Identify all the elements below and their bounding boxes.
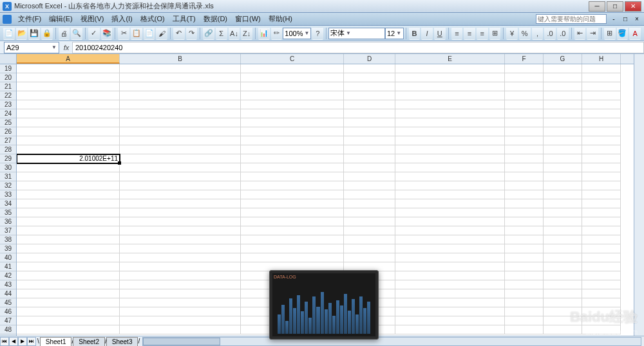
cell[interactable] [17, 145, 120, 154]
cell[interactable] [505, 208, 544, 217]
inc-decimal-button[interactable]: .0 [544, 27, 556, 40]
row-header[interactable]: 43 [0, 280, 16, 289]
cell[interactable] [344, 145, 395, 154]
help-button[interactable]: ? [312, 27, 323, 40]
cell[interactable] [395, 226, 505, 235]
cell[interactable] [17, 325, 120, 334]
col-header-B[interactable]: B [120, 54, 241, 64]
cell[interactable] [344, 190, 395, 199]
cell[interactable] [17, 262, 120, 271]
cell[interactable] [395, 271, 505, 280]
cell[interactable] [544, 82, 582, 91]
cell[interactable] [544, 91, 582, 100]
row-header[interactable]: 19 [0, 64, 16, 73]
horizontal-scrollbar[interactable] [142, 337, 641, 346]
menu-view[interactable]: 视图(V) [77, 13, 108, 25]
row-header[interactable]: 28 [0, 145, 16, 154]
cell[interactable] [120, 145, 241, 154]
cut-button[interactable]: ✂ [118, 27, 129, 40]
cell[interactable] [544, 307, 582, 316]
row-header[interactable]: 35 [0, 208, 16, 217]
cell[interactable] [120, 280, 241, 289]
cell[interactable] [582, 253, 621, 262]
cell[interactable] [120, 64, 241, 73]
cell[interactable] [395, 64, 505, 73]
cell[interactable] [505, 199, 544, 208]
first-sheet-button[interactable]: ⏮ [0, 337, 9, 346]
row-header[interactable]: 42 [0, 271, 16, 280]
row-header[interactable]: 37 [0, 226, 16, 235]
cell[interactable] [544, 172, 582, 181]
research-button[interactable]: 📚 [101, 27, 113, 40]
cell[interactable] [544, 136, 582, 145]
menu-data[interactable]: 数据(D) [200, 13, 231, 25]
cell[interactable] [120, 100, 241, 109]
row-header[interactable]: 33 [0, 190, 16, 199]
menu-insert[interactable]: 插入(I) [108, 13, 136, 25]
cell[interactable] [241, 136, 344, 145]
cell[interactable] [582, 280, 621, 289]
fill-color-button[interactable]: 🪣 [617, 27, 629, 40]
row-header[interactable]: 44 [0, 289, 16, 298]
cell[interactable] [544, 298, 582, 307]
font-name-dropdown[interactable]: 宋体▼ [328, 28, 385, 39]
cell[interactable] [120, 244, 241, 253]
cell[interactable] [505, 217, 544, 226]
cell[interactable] [544, 163, 582, 172]
cell[interactable] [17, 253, 120, 262]
cell[interactable] [241, 100, 344, 109]
cell[interactable] [395, 82, 505, 91]
cell[interactable] [241, 127, 344, 136]
cell[interactable] [582, 262, 621, 271]
row-header[interactable]: 34 [0, 199, 16, 208]
cell[interactable] [120, 190, 241, 199]
app-menu-icon[interactable] [3, 15, 12, 24]
doc-close-button[interactable]: × [632, 15, 641, 24]
cell[interactable] [505, 172, 544, 181]
menu-format[interactable]: 格式(O) [137, 13, 169, 25]
cell[interactable] [17, 136, 120, 145]
row-header[interactable]: 21 [0, 82, 16, 91]
cell[interactable] [582, 109, 621, 118]
cell[interactable] [120, 172, 241, 181]
cell[interactable] [17, 109, 120, 118]
cell[interactable] [582, 190, 621, 199]
menu-help[interactable]: 帮助(H) [265, 13, 296, 25]
hyperlink-button[interactable]: 🔗 [203, 27, 214, 40]
sort-asc-button[interactable]: A↓ [229, 27, 240, 40]
taskbar-preview-popup[interactable]: DATA-LOG [269, 270, 379, 340]
cell[interactable] [241, 73, 344, 82]
cell[interactable] [505, 262, 544, 271]
autosum-button[interactable]: Σ [216, 27, 227, 40]
cell[interactable] [17, 118, 120, 127]
cell[interactable] [544, 235, 582, 244]
cell[interactable] [17, 226, 120, 235]
cell[interactable] [544, 217, 582, 226]
row-header[interactable]: 48 [0, 325, 16, 334]
cell[interactable] [582, 136, 621, 145]
cell[interactable] [395, 118, 505, 127]
cell[interactable] [395, 217, 505, 226]
font-color-button[interactable]: A [629, 27, 641, 40]
cell[interactable] [582, 307, 621, 316]
cell[interactable] [395, 136, 505, 145]
cell[interactable] [582, 145, 621, 154]
cell[interactable] [120, 307, 241, 316]
cell[interactable] [582, 235, 621, 244]
menu-window[interactable]: 窗口(W) [231, 13, 265, 25]
cell[interactable] [505, 253, 544, 262]
doc-minimize-button[interactable]: - [609, 15, 618, 24]
cell[interactable] [544, 226, 582, 235]
cell[interactable] [241, 109, 344, 118]
cell[interactable] [241, 253, 344, 262]
row-header[interactable]: 23 [0, 100, 16, 109]
cell[interactable] [120, 91, 241, 100]
cell[interactable] [17, 307, 120, 316]
cell[interactable] [544, 325, 582, 334]
cell[interactable] [17, 289, 120, 298]
cell[interactable] [544, 271, 582, 280]
cell[interactable] [395, 91, 505, 100]
cell[interactable] [582, 154, 621, 163]
cell[interactable] [395, 262, 505, 271]
cell[interactable] [544, 100, 582, 109]
